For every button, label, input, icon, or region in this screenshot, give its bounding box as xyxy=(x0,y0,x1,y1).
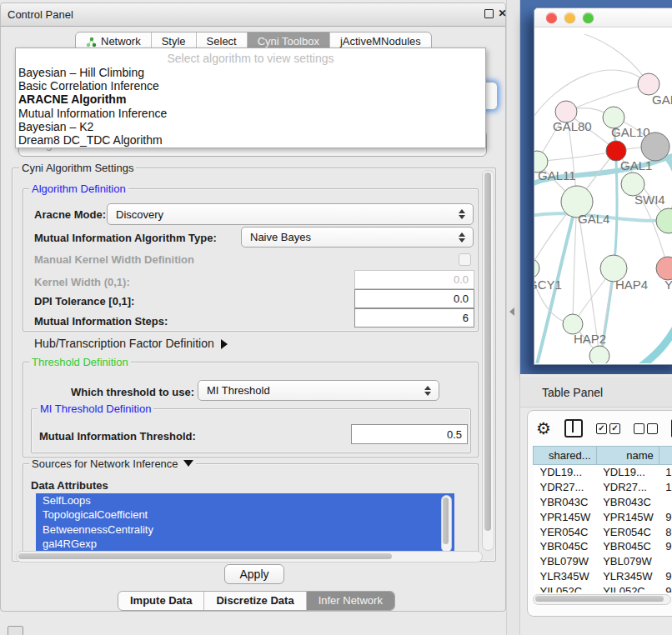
combo-stepper-icon xyxy=(459,209,465,219)
network-desktop: GALGAL80GAL10GAL1GAL11SWI4GAL4GCY1HAP4YH… xyxy=(520,0,672,374)
algorithm-option[interactable]: Basic Correlation Inference xyxy=(18,79,482,92)
algorithm-dropdown-popup: Select algorithm to view settings Bayesi… xyxy=(15,48,486,148)
kernel-width-field[interactable]: 0.0 xyxy=(354,270,474,289)
network-icon xyxy=(86,37,97,48)
control-panel-titlebar: Control Panel ✕ xyxy=(1,3,505,27)
network-node-y[interactable] xyxy=(656,257,672,280)
table-cell xyxy=(659,554,672,569)
table-cell: 13 xyxy=(659,465,672,480)
table-cell: 9. xyxy=(659,539,672,554)
table-row[interactable]: YDR27...YDR27...12 xyxy=(534,480,672,495)
table-row[interactable]: YER054CYER054C8. xyxy=(534,524,672,539)
which-threshold-combo[interactable]: MI Threshold xyxy=(198,380,439,401)
algorithm-option[interactable]: Bayesian – K2 xyxy=(18,120,482,133)
table-cell: YIL052C xyxy=(534,583,597,592)
node-label: GAL4 xyxy=(578,212,609,226)
mi-type-combo[interactable]: Naive Bayes xyxy=(241,227,474,248)
table-cell: YBR043C xyxy=(534,495,597,510)
network-node[interactable] xyxy=(589,346,609,363)
apply-button[interactable]: Apply xyxy=(224,564,284,584)
mi-threshold-field[interactable]: 0.5 xyxy=(351,424,468,444)
mi-steps-field[interactable]: 6 xyxy=(354,308,474,328)
zoom-traffic-light-icon[interactable] xyxy=(583,12,594,23)
combo-stepper-icon xyxy=(424,386,431,396)
mi-type-label: Mutual Information Algorithm Type: xyxy=(34,232,217,244)
node-label: GAL1 xyxy=(620,158,652,172)
node-label: GCY1 xyxy=(534,278,562,292)
table-cell: YER054C xyxy=(534,524,597,539)
network-node[interactable] xyxy=(656,208,672,233)
table-row[interactable]: YDL19...YDL19...13 xyxy=(534,465,672,480)
table-cell: YDL19... xyxy=(534,465,597,480)
algorithm-option[interactable]: Dream8 DC_TDC Algorithm xyxy=(18,133,482,147)
settings-vertical-scrollbar[interactable] xyxy=(482,170,494,551)
table-cell: 9. xyxy=(659,583,672,592)
attribute-item[interactable]: gal4RGexp xyxy=(36,537,454,551)
network-node-gcy1[interactable] xyxy=(534,258,539,278)
network-window-titlebar[interactable] xyxy=(534,8,672,28)
combo-stepper-icon xyxy=(459,232,465,242)
dpi-tolerance-field[interactable]: 0.0 xyxy=(354,289,474,308)
network-node[interactable] xyxy=(641,132,669,161)
sources-toggle[interactable]: Sources for Network Inference xyxy=(29,458,196,470)
aracne-mode-label: Aracne Mode: xyxy=(34,208,106,221)
gear-icon[interactable]: ⚙ xyxy=(536,420,551,437)
aracne-mode-combo[interactable]: Discovery xyxy=(107,203,474,225)
which-threshold-value: MI Threshold xyxy=(207,384,270,397)
threshold-definition-title: Threshold Definition xyxy=(29,356,131,368)
table-cell: YER054C xyxy=(596,524,659,539)
network-view-window[interactable]: GALGAL80GAL10GAL1GAL11SWI4GAL4GCY1HAP4YH… xyxy=(534,8,672,365)
mi-threshold-label: Mutual Information Threshold: xyxy=(39,430,196,442)
algorithm-option[interactable]: Mutual Information Inference xyxy=(18,107,482,120)
split-columns-icon[interactable] xyxy=(564,419,583,438)
collapsed-panel-icon[interactable] xyxy=(8,626,23,635)
node-label: GAL xyxy=(652,92,672,107)
column-header-name[interactable]: name xyxy=(596,447,659,465)
table-cell: YIL052C xyxy=(596,583,659,592)
tab-impute-data[interactable]: Impute Data xyxy=(118,592,204,610)
select-all-checkboxes-icon[interactable]: ✓✓ xyxy=(596,423,620,434)
table-row[interactable]: YIL052CYIL052C9. xyxy=(534,583,672,592)
minimize-traffic-light-icon[interactable] xyxy=(564,12,575,23)
deselect-all-checkboxes-icon[interactable] xyxy=(634,423,658,434)
algorithm-option[interactable]: Bayesian – Hill Climbing xyxy=(18,66,482,79)
panel-title: Control Panel xyxy=(8,8,73,21)
sources-title: Sources for Network Inference xyxy=(32,458,178,470)
float-window-icon[interactable] xyxy=(484,9,494,18)
close-traffic-light-icon[interactable] xyxy=(546,12,557,23)
table-cell: YBR043C xyxy=(596,495,659,510)
table-row[interactable]: YBR045CYBR045C9. xyxy=(534,539,672,554)
table-row[interactable]: YBL079WYBL079W xyxy=(534,554,672,569)
column-header-clipped[interactable] xyxy=(659,447,672,465)
divider-collapse-icon[interactable] xyxy=(509,308,514,316)
manual-kernel-checkbox[interactable] xyxy=(459,253,471,266)
table-horizontal-scrollbar[interactable] xyxy=(533,594,671,605)
network-edge[interactable] xyxy=(537,151,616,162)
which-threshold-label: Which threshold to use: xyxy=(71,386,194,398)
network-edge[interactable] xyxy=(639,318,672,363)
network-edge[interactable] xyxy=(566,84,649,112)
cyni-settings-title: Cyni Algorithm Settings xyxy=(19,162,136,174)
split-pane-divider[interactable] xyxy=(506,0,520,635)
table-panel-region: Table Panel ⚙ ✓✓ shared...nameYDL19...YD… xyxy=(520,374,672,635)
table-row[interactable]: YLR345WYLR345W9. xyxy=(534,568,672,583)
table-row[interactable]: YPR145WYPR145W9. xyxy=(534,509,672,524)
table-cell: 9. xyxy=(659,509,672,524)
table-cell: YBL079W xyxy=(596,554,659,569)
column-header-shared...[interactable]: shared... xyxy=(534,447,597,465)
tab-discretize-data[interactable]: Discretize Data xyxy=(204,592,306,610)
application-root: Control Panel ✕ NetworkStyleSelectCyni T… xyxy=(0,0,672,635)
attributes-scrollbar[interactable] xyxy=(441,495,452,552)
attribute-item[interactable]: BetweennessCentrality xyxy=(36,522,454,537)
attribute-item[interactable]: TopologicalCoefficient xyxy=(36,508,454,522)
settings-horizontal-scrollbar[interactable] xyxy=(16,551,483,562)
kernel-width-label: Kernel Width (0,1): xyxy=(34,276,130,288)
network-canvas[interactable]: GALGAL80GAL10GAL1GAL11SWI4GAL4GCY1HAP4YH… xyxy=(534,28,672,363)
attribute-item[interactable]: SelfLoops xyxy=(36,493,454,508)
table-cell: YDR27... xyxy=(596,480,659,495)
algorithm-option[interactable]: ARACNE Algorithm xyxy=(18,92,482,106)
tab-infer-network[interactable]: Infer Network xyxy=(307,592,394,610)
hub-definition-toggle[interactable]: Hub/Transcription Factor Definition xyxy=(34,337,228,350)
node-label: GAL11 xyxy=(538,168,576,182)
table-row[interactable]: YBR043CYBR043C xyxy=(534,495,672,510)
